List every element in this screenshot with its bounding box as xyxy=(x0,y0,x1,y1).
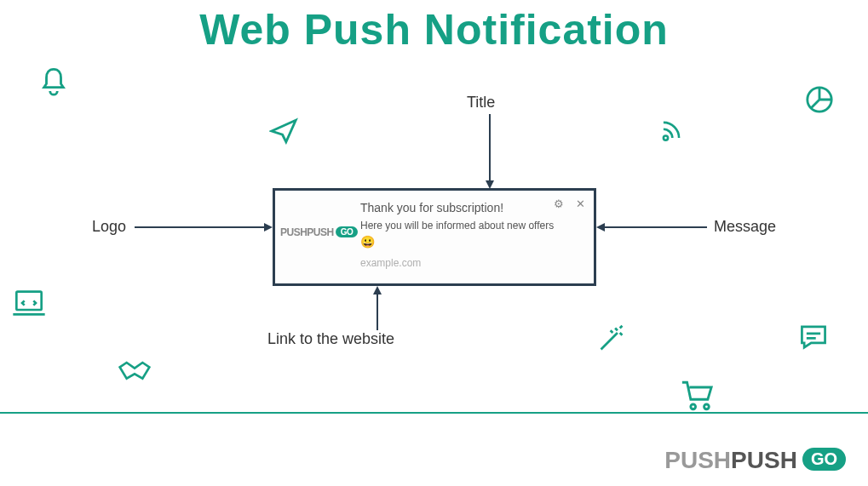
arrow-logo xyxy=(135,221,273,233)
magic-wand-icon xyxy=(596,323,627,354)
footer-divider xyxy=(0,412,868,414)
gear-icon[interactable]: ⚙ xyxy=(554,197,564,210)
label-link: Link to the website xyxy=(267,330,394,348)
svg-marker-9 xyxy=(596,223,605,232)
label-logo: Logo xyxy=(92,218,126,236)
svg-rect-1 xyxy=(16,292,41,310)
svg-point-3 xyxy=(704,404,710,409)
arrow-link xyxy=(371,286,383,330)
notification-logo-text: PUSHPUSH xyxy=(280,226,334,238)
paper-plane-icon xyxy=(269,117,298,145)
notification-emoji: 😀 xyxy=(360,235,583,249)
diagram-stage: Web Push Notification Title Logo Message… xyxy=(0,0,868,486)
svg-point-2 xyxy=(691,404,696,409)
cart-icon xyxy=(680,380,714,412)
notification-message: Here you will be informed about new offe… xyxy=(360,220,583,232)
bell-icon xyxy=(39,66,68,99)
handshake-icon xyxy=(118,357,152,388)
notification-link[interactable]: example.com xyxy=(360,257,583,269)
close-icon[interactable]: ✕ xyxy=(576,197,585,210)
arrow-message xyxy=(596,221,707,233)
page-title: Web Push Notification xyxy=(0,5,868,54)
brand-badge: GO xyxy=(802,448,846,471)
brand-part2: PUSH xyxy=(731,447,797,473)
notification-logo: PUSHPUSHGO xyxy=(280,226,358,238)
notification-logo-badge: GO xyxy=(336,226,359,237)
label-message: Message xyxy=(714,218,776,236)
svg-marker-7 xyxy=(264,223,273,232)
notification-body: Thank you for subscription! Here you wil… xyxy=(360,201,583,269)
label-title: Title xyxy=(467,94,495,111)
pie-chart-icon xyxy=(805,85,834,114)
chat-icon xyxy=(797,322,830,352)
brand-part1: PUSH xyxy=(664,447,731,473)
rss-icon xyxy=(660,119,682,141)
arrow-title xyxy=(484,114,496,189)
notification-controls: ⚙ ✕ xyxy=(545,197,585,210)
brand-logo: PUSHPUSHGO xyxy=(664,447,846,474)
svg-marker-11 xyxy=(373,286,382,294)
notification-card: ⚙ ✕ PUSHPUSHGO Thank you for subscriptio… xyxy=(273,188,596,286)
laptop-code-icon xyxy=(12,289,46,317)
